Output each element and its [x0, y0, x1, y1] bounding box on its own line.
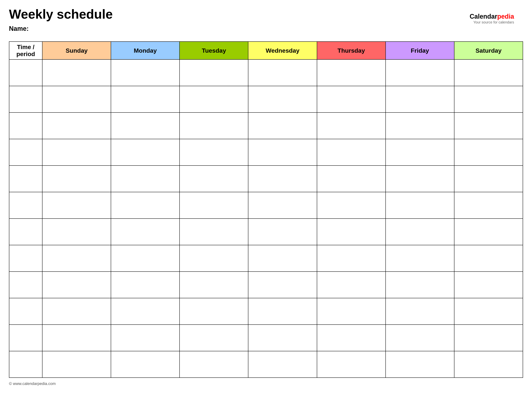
- day-cell[interactable]: [180, 351, 248, 378]
- day-cell[interactable]: [248, 325, 317, 351]
- day-cell[interactable]: [248, 272, 317, 298]
- day-cell[interactable]: [454, 219, 523, 245]
- day-cell[interactable]: [111, 245, 180, 272]
- day-cell[interactable]: [180, 192, 248, 219]
- logo-calendar: Calendar: [470, 13, 497, 20]
- day-cell[interactable]: [42, 59, 111, 86]
- logo-text: Calendarpedia: [470, 13, 514, 20]
- header-tuesday: Tuesday: [180, 42, 248, 59]
- day-cell[interactable]: [42, 219, 111, 245]
- day-cell[interactable]: [111, 351, 180, 378]
- day-cell[interactable]: [386, 112, 454, 139]
- time-cell[interactable]: [9, 219, 42, 245]
- time-cell[interactable]: [9, 112, 42, 139]
- day-cell[interactable]: [386, 298, 454, 325]
- day-cell[interactable]: [180, 219, 248, 245]
- time-cell[interactable]: [9, 86, 42, 112]
- day-cell[interactable]: [180, 139, 248, 165]
- day-cell[interactable]: [111, 325, 180, 351]
- time-cell[interactable]: [9, 245, 42, 272]
- day-cell[interactable]: [317, 165, 386, 192]
- day-cell[interactable]: [454, 245, 523, 272]
- day-cell[interactable]: [386, 272, 454, 298]
- day-cell[interactable]: [42, 272, 111, 298]
- day-cell[interactable]: [454, 112, 523, 139]
- day-cell[interactable]: [111, 298, 180, 325]
- day-cell[interactable]: [454, 86, 523, 112]
- day-cell[interactable]: [386, 59, 454, 86]
- day-cell[interactable]: [454, 192, 523, 219]
- day-cell[interactable]: [248, 351, 317, 378]
- time-cell[interactable]: [9, 192, 42, 219]
- day-cell[interactable]: [248, 245, 317, 272]
- day-cell[interactable]: [317, 192, 386, 219]
- day-cell[interactable]: [248, 59, 317, 86]
- time-cell[interactable]: [9, 165, 42, 192]
- day-cell[interactable]: [111, 192, 180, 219]
- day-cell[interactable]: [180, 245, 248, 272]
- day-cell[interactable]: [42, 86, 111, 112]
- day-cell[interactable]: [180, 165, 248, 192]
- time-cell[interactable]: [9, 59, 42, 86]
- day-cell[interactable]: [317, 325, 386, 351]
- day-cell[interactable]: [42, 192, 111, 219]
- day-cell[interactable]: [248, 165, 317, 192]
- day-cell[interactable]: [111, 112, 180, 139]
- day-cell[interactable]: [317, 86, 386, 112]
- day-cell[interactable]: [386, 325, 454, 351]
- day-cell[interactable]: [317, 219, 386, 245]
- day-cell[interactable]: [386, 139, 454, 165]
- time-cell[interactable]: [9, 139, 42, 165]
- day-cell[interactable]: [180, 298, 248, 325]
- day-cell[interactable]: [42, 325, 111, 351]
- day-cell[interactable]: [317, 245, 386, 272]
- day-cell[interactable]: [111, 139, 180, 165]
- day-cell[interactable]: [386, 192, 454, 219]
- time-cell[interactable]: [9, 325, 42, 351]
- day-cell[interactable]: [386, 219, 454, 245]
- day-cell[interactable]: [386, 245, 454, 272]
- time-cell[interactable]: [9, 298, 42, 325]
- day-cell[interactable]: [317, 59, 386, 86]
- day-cell[interactable]: [42, 112, 111, 139]
- day-cell[interactable]: [42, 165, 111, 192]
- day-cell[interactable]: [454, 139, 523, 165]
- day-cell[interactable]: [454, 165, 523, 192]
- day-cell[interactable]: [317, 139, 386, 165]
- day-cell[interactable]: [111, 59, 180, 86]
- day-cell[interactable]: [454, 351, 523, 378]
- day-cell[interactable]: [111, 165, 180, 192]
- day-cell[interactable]: [248, 192, 317, 219]
- day-cell[interactable]: [180, 59, 248, 86]
- day-cell[interactable]: [386, 351, 454, 378]
- day-cell[interactable]: [180, 325, 248, 351]
- day-cell[interactable]: [454, 298, 523, 325]
- day-cell[interactable]: [42, 245, 111, 272]
- day-cell[interactable]: [248, 112, 317, 139]
- day-cell[interactable]: [317, 351, 386, 378]
- day-cell[interactable]: [42, 351, 111, 378]
- day-cell[interactable]: [317, 272, 386, 298]
- time-cell[interactable]: [9, 272, 42, 298]
- day-cell[interactable]: [111, 86, 180, 112]
- day-cell[interactable]: [454, 59, 523, 86]
- day-cell[interactable]: [42, 139, 111, 165]
- day-cell[interactable]: [248, 298, 317, 325]
- day-cell[interactable]: [317, 298, 386, 325]
- day-cell[interactable]: [111, 272, 180, 298]
- day-cell[interactable]: [248, 219, 317, 245]
- day-cell[interactable]: [317, 112, 386, 139]
- time-cell[interactable]: [9, 351, 42, 378]
- day-cell[interactable]: [386, 86, 454, 112]
- day-cell[interactable]: [386, 165, 454, 192]
- day-cell[interactable]: [111, 219, 180, 245]
- day-cell[interactable]: [180, 112, 248, 139]
- day-cell[interactable]: [42, 298, 111, 325]
- day-cell[interactable]: [248, 139, 317, 165]
- day-cell[interactable]: [248, 86, 317, 112]
- table-row: [9, 165, 523, 192]
- day-cell[interactable]: [454, 325, 523, 351]
- day-cell[interactable]: [180, 86, 248, 112]
- day-cell[interactable]: [454, 272, 523, 298]
- day-cell[interactable]: [180, 272, 248, 298]
